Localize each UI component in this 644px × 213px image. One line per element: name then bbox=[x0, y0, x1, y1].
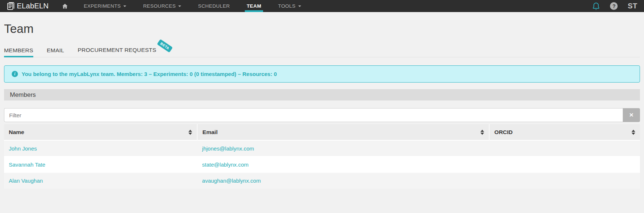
nav-scheduler-label: SCHEDULER bbox=[198, 3, 230, 9]
question-icon: ? bbox=[610, 2, 618, 10]
sort-icon[interactable] bbox=[188, 130, 192, 135]
page-content: Team MEMBERS EMAIL PROCUREMENT REQUESTSB… bbox=[4, 22, 640, 189]
table-row: Alan Vaughan avaughan@lablynx.com bbox=[4, 172, 640, 189]
column-header-orcid[interactable]: ORCID bbox=[489, 124, 640, 140]
member-name-link[interactable]: John Jones bbox=[9, 145, 37, 152]
tab-members[interactable]: MEMBERS bbox=[4, 47, 33, 57]
member-orcid-cell bbox=[489, 140, 640, 156]
team-tabs: MEMBERS EMAIL PROCUREMENT REQUESTSBETA bbox=[4, 47, 640, 57]
user-menu-avatar[interactable]: ST bbox=[628, 2, 637, 10]
filter-input[interactable] bbox=[4, 108, 623, 122]
filter-row: ✕ bbox=[4, 108, 640, 122]
caret-down-icon bbox=[298, 5, 301, 7]
tab-members-label: MEMBERS bbox=[4, 47, 33, 53]
caret-down-icon bbox=[123, 5, 126, 7]
brand-logo[interactable]: ELabELN bbox=[6, 0, 49, 12]
brand-name: ELabELN bbox=[17, 2, 49, 10]
notifications-button[interactable] bbox=[592, 2, 600, 11]
sort-icon[interactable] bbox=[632, 130, 635, 135]
team-info-text: You belong to the myLabLynx team. Member… bbox=[22, 71, 277, 77]
sort-icon[interactable] bbox=[480, 130, 484, 135]
column-header-email[interactable]: Email bbox=[197, 124, 489, 140]
tab-email[interactable]: EMAIL bbox=[47, 47, 64, 57]
member-name-link[interactable]: Alan Vaughan bbox=[9, 178, 43, 184]
table-row: Savannah Tate state@lablynx.com bbox=[4, 156, 640, 172]
bell-icon bbox=[592, 2, 600, 11]
nav-team[interactable]: TEAM bbox=[245, 0, 263, 12]
nav-resources[interactable]: RESOURCES bbox=[141, 0, 183, 12]
nav-home[interactable] bbox=[60, 0, 70, 12]
nav-team-label: TEAM bbox=[247, 3, 261, 9]
nav-tools[interactable]: TOOLS bbox=[276, 0, 303, 12]
caret-down-icon bbox=[178, 5, 181, 7]
column-header-email-label: Email bbox=[202, 129, 217, 135]
nav-experiments[interactable]: EXPERIMENTS bbox=[82, 0, 128, 12]
tab-procurement-requests[interactable]: PROCUREMENT REQUESTSBETA bbox=[78, 47, 171, 57]
filter-clear-button[interactable]: ✕ bbox=[623, 108, 640, 122]
journal-icon bbox=[6, 1, 16, 11]
nav-tools-label: TOOLS bbox=[278, 3, 296, 9]
nav-resources-label: RESOURCES bbox=[143, 3, 176, 9]
member-email-link[interactable]: avaughan@lablynx.com bbox=[202, 178, 261, 184]
member-orcid-cell bbox=[489, 156, 640, 172]
top-navbar: ELabELN EXPERIMENTS RESOURCES SCHEDULER … bbox=[0, 0, 644, 12]
column-header-name[interactable]: Name bbox=[4, 124, 197, 140]
primary-nav: EXPERIMENTS RESOURCES SCHEDULER TEAM TOO… bbox=[60, 0, 316, 12]
team-info-alert: i You belong to the myLabLynx team. Memb… bbox=[4, 65, 640, 83]
home-icon bbox=[61, 3, 68, 9]
nav-scheduler[interactable]: SCHEDULER bbox=[196, 0, 232, 12]
members-table: Name Email ORCID John Jones jhjones@labl… bbox=[4, 124, 640, 189]
member-email-link[interactable]: jhjones@lablynx.com bbox=[202, 145, 254, 152]
column-header-name-label: Name bbox=[9, 129, 24, 135]
table-header-row: Name Email ORCID bbox=[4, 124, 640, 140]
navbar-actions: ? ST bbox=[592, 0, 637, 12]
member-name-link[interactable]: Savannah Tate bbox=[9, 161, 45, 168]
column-header-orcid-label: ORCID bbox=[494, 129, 513, 135]
tab-email-label: EMAIL bbox=[47, 47, 64, 53]
page-title: Team bbox=[4, 22, 640, 36]
members-section-title: Members bbox=[10, 91, 36, 99]
beta-badge: BETA bbox=[157, 39, 173, 53]
info-icon: i bbox=[12, 71, 18, 77]
help-button[interactable]: ? bbox=[610, 2, 618, 10]
tab-procurement-requests-label: PROCUREMENT REQUESTS bbox=[78, 47, 156, 53]
nav-experiments-label: EXPERIMENTS bbox=[84, 3, 121, 9]
members-section-header: Members bbox=[4, 89, 640, 100]
member-email-link[interactable]: state@lablynx.com bbox=[202, 161, 248, 168]
member-orcid-cell bbox=[489, 172, 640, 189]
table-row: John Jones jhjones@lablynx.com bbox=[4, 140, 640, 156]
